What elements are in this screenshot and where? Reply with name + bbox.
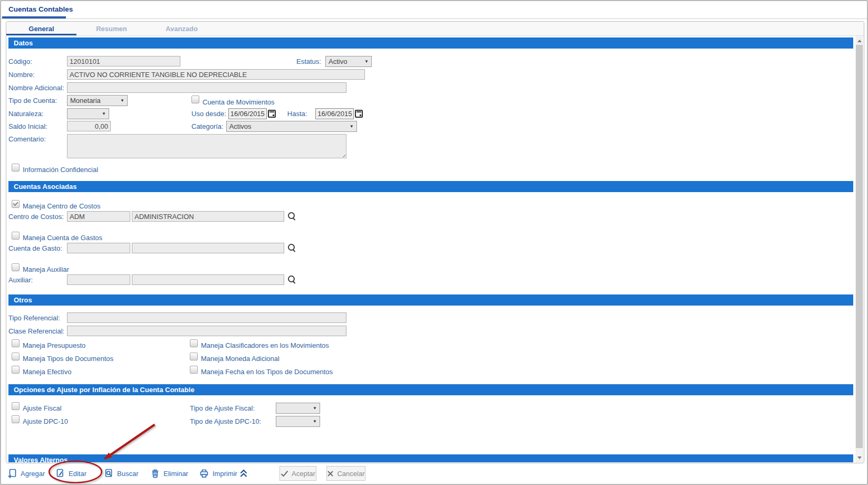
- maneja-efectivo-checkbox[interactable]: [12, 366, 20, 374]
- section-header-cuentas-asociadas: Cuentas Asociadas: [8, 181, 853, 192]
- uso-desde-label: Uso desde:: [191, 110, 226, 118]
- hasta-label: Hasta:: [287, 110, 307, 118]
- cuenta-gasto-code-field[interactable]: [67, 243, 130, 253]
- ajuste-fiscal-label: Ajuste Fiscal: [23, 404, 62, 412]
- maneja-centro-costos-checkbox[interactable]: [12, 200, 20, 208]
- agregar-button[interactable]: Agregar: [7, 468, 45, 479]
- tipo-ajuste-dpc10-select[interactable]: ▼: [276, 416, 320, 427]
- comentario-textarea[interactable]: [67, 134, 346, 158]
- double-chevron-up-icon: [239, 469, 248, 478]
- maneja-auxiliar-checkbox[interactable]: [12, 263, 20, 271]
- auxiliar-label: Auxiliar:: [8, 276, 67, 284]
- saldo-inicial-row: Saldo Inicial: 0,00 Categoría: Activos▼: [8, 121, 853, 131]
- naturaleza-select[interactable]: ▼: [67, 108, 109, 119]
- otros-checkbox-row-1: Maneja Presupuesto Maneja Clasificadores…: [12, 340, 853, 350]
- tipo-cuenta-row: Tipo de Cuenta: Monetaria▼ Cuenta de Mov…: [8, 95, 853, 106]
- calendar-icon[interactable]: [355, 110, 363, 118]
- maneja-presupuesto-checkbox[interactable]: [12, 339, 20, 347]
- tipo-ajuste-dpc10-label: Tipo de Ajuste DPC-10:: [190, 417, 276, 425]
- auxiliar-code-field[interactable]: [67, 274, 130, 285]
- chevron-down-icon: ▼: [364, 59, 369, 64]
- ajuste-dpc10-checkbox[interactable]: [12, 415, 20, 423]
- scroll-down-button[interactable]: [855, 453, 863, 462]
- comentario-row: Comentario:: [8, 134, 346, 159]
- tab-avanzado[interactable]: Avanzado: [147, 22, 217, 35]
- aceptar-button[interactable]: Aceptar: [279, 466, 316, 481]
- centro-costos-name-field[interactable]: ADMINISTRACION: [132, 211, 284, 222]
- section-header-ajuste: Opciones de Ajuste por Inflación de la C…: [8, 384, 853, 395]
- tipo-cuenta-select[interactable]: Monetaria▼: [67, 95, 128, 106]
- auxiliar-row: Auxiliar:: [8, 274, 295, 285]
- scroll-up-button[interactable]: [855, 36, 863, 45]
- chevron-down-icon: ▼: [313, 419, 317, 424]
- x-icon: [327, 470, 334, 477]
- maneja-moneda-adicional-checkbox[interactable]: [190, 353, 198, 360]
- cancelar-button[interactable]: Cancelar: [326, 466, 365, 481]
- maneja-moneda-adicional-label: Maneja Moneda Adicional: [201, 355, 279, 363]
- cuenta-gasto-name-field[interactable]: [132, 243, 284, 253]
- title-underline: [2, 16, 66, 18]
- collapse-toolbar-button[interactable]: [239, 468, 248, 479]
- centro-costos-code-field[interactable]: ADM: [67, 211, 130, 222]
- section-header-valores-alternos: Valores Alternos: [8, 454, 853, 462]
- buscar-button[interactable]: Buscar: [104, 468, 138, 479]
- info-confidencial-label: Información Confidencial: [23, 166, 98, 174]
- maneja-centro-costos-label: Maneja Centro de Costos: [23, 202, 100, 210]
- maneja-cuenta-gastos-row: Maneja Cuenta de Gastos: [12, 232, 102, 243]
- centro-costos-label: Centro de Costos:: [8, 213, 67, 221]
- codigo-field[interactable]: 12010101: [67, 56, 180, 66]
- clase-referencial-field[interactable]: [67, 326, 346, 336]
- tab-resumen[interactable]: Resumen: [76, 22, 147, 35]
- maneja-cuenta-gastos-checkbox[interactable]: [12, 232, 20, 240]
- ajuste-fiscal-checkbox[interactable]: [12, 402, 20, 410]
- tipo-referencial-field[interactable]: [67, 312, 346, 323]
- nombre-adicional-field[interactable]: [67, 82, 346, 93]
- comentario-label: Comentario:: [8, 134, 67, 143]
- cuenta-movimientos-checkbox[interactable]: [191, 96, 199, 103]
- nombre-field[interactable]: ACTIVO NO CORRIENTE TANGIBLE NO DEPRECIA…: [67, 69, 365, 80]
- eliminar-button[interactable]: Eliminar: [150, 468, 188, 479]
- cuenta-gasto-row: Cuenta de Gasto:: [8, 243, 295, 253]
- auxiliar-name-field[interactable]: [132, 274, 284, 285]
- scrollbar-thumb[interactable]: [856, 45, 863, 448]
- calendar-icon[interactable]: [268, 110, 276, 118]
- tipo-referencial-row: Tipo Referencial:: [8, 312, 346, 323]
- nombre-row: Nombre: ACTIVO NO CORRIENTE TANGIBLE NO …: [8, 69, 365, 80]
- imprimir-button[interactable]: Imprimir: [199, 468, 237, 479]
- search-lookup-icon[interactable]: [288, 212, 295, 219]
- saldo-inicial-label: Saldo Inicial:: [8, 122, 67, 130]
- saldo-inicial-field[interactable]: 0,00: [67, 121, 111, 131]
- tipo-ajuste-fiscal-select[interactable]: ▼: [276, 403, 320, 414]
- search-lookup-icon[interactable]: [288, 244, 295, 251]
- otros-checkbox-row-3: Maneja Efectivo Maneja Fecha en los Tipo…: [12, 366, 853, 377]
- chevron-down-icon: ▼: [313, 406, 317, 411]
- vertical-scrollbar[interactable]: [855, 36, 863, 462]
- maneja-fecha-documentos-label: Maneja Fecha en los Tipos de Documentos: [201, 368, 333, 376]
- cuenta-movimientos-label: Cuenta de Movimientos: [202, 98, 275, 106]
- section-header-datos: Datos: [8, 37, 853, 49]
- search-lookup-icon[interactable]: [288, 275, 295, 282]
- info-confidencial-checkbox[interactable]: [12, 164, 20, 172]
- maneja-centro-costos-row: Maneja Centro de Costos: [12, 201, 100, 211]
- chevron-down-icon: ▼: [102, 111, 106, 116]
- naturaleza-label: Naturaleza:: [8, 110, 67, 118]
- maneja-clasificadores-checkbox[interactable]: [190, 339, 198, 347]
- naturaleza-row: Naturaleza: ▼ Uso desde: 16/06/2015 Hast…: [8, 108, 853, 119]
- tipo-referencial-label: Tipo Referencial:: [8, 314, 67, 322]
- maneja-auxiliar-row: Maneja Auxiliar: [12, 264, 69, 274]
- editar-button[interactable]: Editar: [55, 468, 86, 479]
- cuentas-contables-window: Cuentas Contables General Resumen Avanza…: [0, 0, 868, 485]
- hasta-field[interactable]: 16/06/2015: [315, 108, 354, 119]
- maneja-clasificadores-label: Maneja Clasificadores en los Movimientos: [201, 341, 329, 349]
- maneja-tipos-documentos-checkbox[interactable]: [12, 353, 20, 360]
- titlebar: Cuentas Contables: [1, 1, 867, 19]
- centro-costos-row: Centro de Costos: ADM ADMINISTRACION: [8, 211, 295, 222]
- otros-checkbox-row-2: Maneja Tipos de Documentos Maneja Moneda…: [12, 353, 853, 364]
- maneja-fecha-documentos-checkbox[interactable]: [190, 366, 198, 374]
- categoria-select[interactable]: Activos▼: [226, 121, 357, 132]
- estatus-select[interactable]: Activo▼: [325, 56, 372, 67]
- tab-general[interactable]: General: [6, 22, 76, 35]
- bottom-toolbar: Agregar Editar Buscar: [1, 463, 867, 484]
- uso-desde-field[interactable]: 16/06/2015: [228, 108, 267, 119]
- nombre-adicional-row: Nombre Adicional:: [8, 82, 346, 93]
